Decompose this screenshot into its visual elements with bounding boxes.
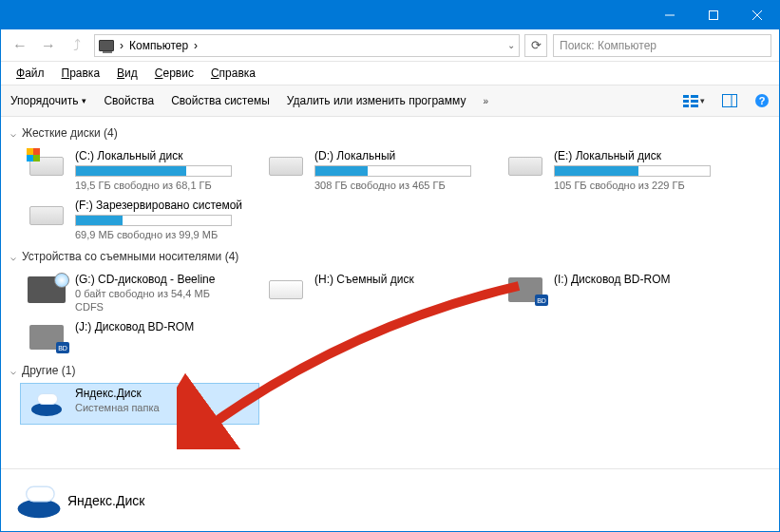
menu-edit[interactable]: ПравкаПравка (62, 66, 101, 80)
bd-drive-icon (506, 273, 544, 307)
menu-tools[interactable]: СервисСервис (155, 66, 194, 80)
drive-d-free: 308 ГБ свободно из 465 ГБ (314, 180, 471, 191)
group-removable: (G:) CD-дисковод - Beeline 0 байт свобод… (1, 269, 779, 358)
group-header-other[interactable]: ⌵ Другие (1) (1, 358, 779, 383)
yandex-disk-icon (28, 387, 66, 421)
breadcrumb-root[interactable]: Компьютер (129, 39, 188, 52)
drive-d-progress (314, 165, 471, 177)
drive-e-name: (E:) Локальный диск (554, 149, 711, 162)
drive-j-name: (J:) Дисковод BD-ROM (75, 320, 194, 333)
removable-icon (267, 273, 305, 307)
chevron-down-icon: ⌵ (10, 252, 16, 262)
title-bar (1, 1, 779, 29)
svg-rect-10 (723, 95, 737, 107)
group-removable-title: Устройства со съемными носителями (4) (22, 250, 238, 263)
system-properties-button[interactable]: Свойства системы (171, 94, 270, 107)
drive-e-free: 105 ГБ свободно из 229 ГБ (554, 180, 711, 191)
up-button[interactable]: ⤴ (66, 34, 88, 57)
drive-j[interactable]: (J:) Дисковод BD-ROM (20, 316, 259, 358)
drive-i[interactable]: (I:) Дисковод BD-ROM (499, 269, 738, 316)
minimize-button[interactable] (648, 1, 692, 29)
svg-rect-5 (683, 100, 689, 103)
menu-help[interactable]: СправкаСправка (211, 66, 256, 80)
group-header-hdd[interactable]: ⌵ Жесткие диски (4) (1, 121, 779, 145)
breadcrumb-sep: › (194, 39, 198, 52)
drive-g[interactable]: (G:) CD-дисковод - Beeline 0 байт свобод… (20, 269, 259, 316)
hdd-icon (28, 199, 66, 233)
address-bar[interactable]: › Компьютер › ⌄ (94, 34, 520, 57)
view-mode-button[interactable]: ▾ (683, 94, 705, 107)
drive-g-fs: CDFS (75, 301, 215, 313)
search-placeholder: Поиск: Компьютер (560, 39, 656, 52)
yandex-disk-item[interactable]: Яндекс.Диск Системная папка (20, 383, 259, 425)
drive-c-free: 19,5 ГБ свободно из 68,1 ГБ (75, 180, 232, 191)
chevron-down-icon: ▾ (82, 96, 86, 105)
drive-e-progress (554, 165, 711, 177)
organize-toolbar: Упорядочить ▾ Свойства Свойства системы … (1, 85, 779, 117)
menu-file[interactable]: ФФайлайл (16, 66, 45, 80)
close-button[interactable] (735, 1, 779, 29)
refresh-button[interactable]: ⟳ (524, 34, 547, 57)
drive-c-name: (C:) Локальный диск (75, 149, 232, 162)
drive-d-name: (D:) Локальный (314, 149, 471, 162)
status-selected-label: Яндекс.Диск (67, 493, 144, 508)
svg-rect-1 (710, 11, 718, 20)
drive-e[interactable]: (E:) Локальный диск 105 ГБ свободно из 2… (499, 145, 738, 195)
svg-rect-9 (691, 104, 698, 107)
drive-g-name: (G:) CD-дисковод - Beeline (75, 273, 215, 286)
drive-h-name: (H:) Съемный диск (314, 273, 414, 286)
group-hdd-title: Жесткие диски (4) (22, 126, 118, 140)
help-button[interactable]: ? (754, 93, 770, 108)
chevron-down-icon: ⌵ (10, 128, 16, 139)
preview-pane-button[interactable] (722, 94, 737, 107)
group-other: Яндекс.Диск Системная папка (1, 383, 779, 425)
svg-rect-7 (691, 95, 698, 98)
uninstall-button[interactable]: Удалить или изменить программу (287, 94, 466, 107)
drive-g-free: 0 байт свободно из 54,4 МБ (75, 288, 215, 299)
menu-view[interactable]: ВидВид (117, 66, 138, 80)
svg-rect-6 (683, 104, 689, 107)
yandex-disk-icon (18, 483, 61, 517)
cd-drive-icon (28, 273, 66, 307)
group-header-removable[interactable]: ⌵ Устройства со съемными носителями (4) (1, 244, 779, 269)
toolbar-overflow-icon[interactable]: » (483, 96, 488, 106)
hdd-icon (506, 149, 544, 183)
group-other-title: Другие (1) (22, 364, 75, 377)
hdd-icon (267, 149, 305, 183)
drive-h[interactable]: (H:) Съемный диск (259, 269, 499, 316)
computer-icon (99, 40, 114, 51)
drive-f-free: 69,9 МБ свободно из 99,9 МБ (75, 229, 242, 240)
group-hdd: (C:) Локальный диск 19,5 ГБ свободно из … (1, 145, 779, 244)
drive-d[interactable]: (D:) Локальный 308 ГБ свободно из 465 ГБ (259, 145, 499, 195)
hdd-icon (28, 149, 66, 183)
drive-f-progress (75, 215, 232, 226)
svg-text:?: ? (759, 95, 766, 106)
yandex-name: Яндекс.Диск (75, 387, 160, 400)
drive-f-name: (F:) Зарезервировано системой (75, 199, 242, 212)
back-button[interactable]: ← (9, 34, 31, 57)
navigation-row: ← → ⤴ › Компьютер › ⌄ ⟳ Поиск: Компьютер (1, 29, 779, 62)
drive-c-progress (75, 165, 232, 177)
chevron-down-icon: ⌵ (10, 366, 16, 376)
maximize-button[interactable] (692, 1, 735, 29)
svg-rect-4 (683, 95, 689, 98)
breadcrumb-sep: › (120, 39, 124, 52)
drive-i-name: (I:) Дисковод BD-ROM (554, 273, 671, 286)
forward-button[interactable]: → (37, 34, 60, 57)
search-input[interactable]: Поиск: Компьютер (553, 34, 771, 57)
address-dropdown-icon[interactable]: ⌄ (507, 40, 515, 50)
drive-c[interactable]: (C:) Локальный диск 19,5 ГБ свободно из … (20, 145, 259, 195)
organize-label: Упорядочить (10, 94, 78, 107)
properties-button[interactable]: Свойства (104, 94, 154, 107)
drive-f[interactable]: (F:) Зарезервировано системой 69,9 МБ св… (20, 195, 259, 244)
status-bar: Яндекс.Диск (1, 468, 779, 531)
yandex-sub: Системная папка (75, 402, 160, 413)
menu-bar: ФФайлайл ПравкаПравка ВидВид СервисСерви… (1, 62, 779, 85)
organize-button[interactable]: Упорядочить ▾ (10, 94, 86, 107)
bd-drive-icon (28, 320, 66, 354)
svg-rect-8 (691, 100, 698, 103)
